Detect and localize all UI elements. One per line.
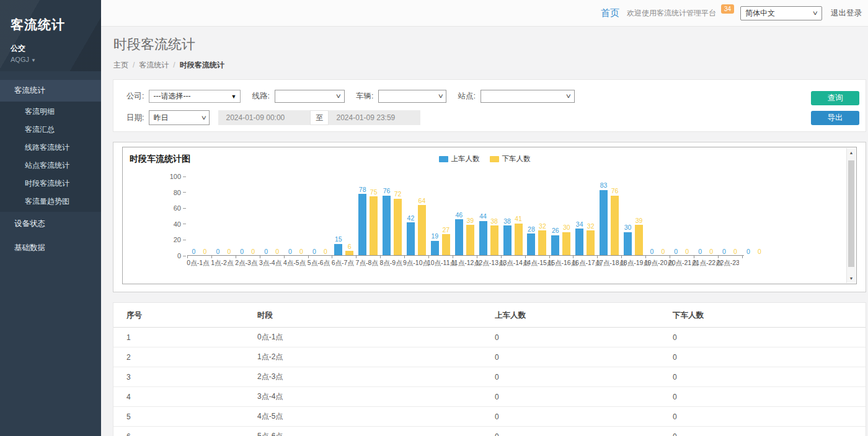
bar-下车人数-10[interactable]: 27: [442, 227, 450, 256]
legend-boarding-label: 上车人数: [451, 154, 480, 164]
bar-value-label: 0: [240, 248, 244, 255]
x-tick-label-21: 21点-22点: [693, 259, 717, 268]
bar-上车人数-14[interactable]: 28: [527, 226, 535, 256]
table-row-0[interactable]: 10点-1点00: [113, 328, 866, 347]
date-from-input[interactable]: 2024-01-09 00:00: [218, 110, 310, 125]
table-row-1[interactable]: 21点-2点00: [113, 347, 866, 367]
table-row-4[interactable]: 54点-5点00: [113, 407, 866, 427]
export-button[interactable]: 导出: [811, 111, 859, 125]
bar-下车人数-13[interactable]: 41: [515, 216, 523, 256]
bar-下车人数-6[interactable]: 6: [345, 243, 353, 256]
sidebar-item-base-data[interactable]: 基础数据: [0, 236, 101, 260]
breadcrumb-item-0[interactable]: 主页: [113, 61, 128, 69]
x-tick-label-16: 16点-17点: [572, 259, 596, 268]
notification-badge[interactable]: 34: [721, 4, 734, 14]
table-row-3[interactable]: 43点-4点00: [113, 387, 866, 407]
scrollbar-thumb[interactable]: [848, 160, 854, 267]
x-tick-label-10: 10点-11点: [427, 259, 451, 268]
bar-rect: [466, 225, 474, 256]
legend-alighting[interactable]: 下车人数: [490, 154, 531, 164]
bar-下车人数-15[interactable]: 30: [562, 224, 570, 256]
bar-value-label: 0: [192, 248, 196, 255]
bar-上车人数-13[interactable]: 38: [503, 218, 512, 256]
sidebar-item-passenger-stats[interactable]: 客流统计: [0, 80, 101, 102]
chevron-down-icon: ˅: [813, 10, 818, 17]
logout-link[interactable]: 退出登录: [831, 8, 862, 19]
table-cell: 2: [113, 347, 257, 367]
x-tick-mark: [501, 256, 502, 258]
bar-上车人数-8[interactable]: 76: [383, 188, 391, 256]
x-tick-mark: [453, 256, 453, 258]
bar-group-2: 00: [236, 177, 260, 256]
bar-value-label: 0: [251, 248, 255, 255]
bar-下车人数-9[interactable]: 64: [418, 198, 426, 256]
bar-group-1: 00: [211, 177, 236, 256]
org-code-dropdown[interactable]: AQGJ▼: [11, 56, 101, 63]
bar-上车人数-18[interactable]: 30: [624, 224, 632, 256]
bar-rect: [624, 232, 632, 256]
company-select[interactable]: ---请选择--- ▼: [149, 90, 241, 103]
bar-value-label: 72: [394, 191, 402, 198]
bar-上车人数-23[interactable]: 0: [744, 248, 752, 256]
bar-上车人数-12[interactable]: 44: [479, 213, 487, 256]
x-tick-mark: [260, 256, 260, 258]
vehicle-select[interactable]: ˅: [378, 90, 446, 103]
date-to-input[interactable]: 2024-01-09 23:59: [329, 110, 420, 125]
table-row-2[interactable]: 32点-3点00: [113, 367, 866, 387]
sidebar-item-device-status[interactable]: 设备状态: [0, 212, 101, 236]
table-cell: 0: [673, 347, 866, 367]
bar-下车人数-7[interactable]: 75: [370, 189, 378, 256]
bar-group-10: 1927: [428, 177, 453, 256]
bar-下车人数-18[interactable]: 39: [635, 217, 643, 256]
bar-group-14: 2832: [525, 177, 549, 256]
bar-上车人数-17[interactable]: 83: [600, 182, 608, 256]
date-preset-select[interactable]: 昨日 ˅: [149, 110, 210, 125]
bar-上车人数-6[interactable]: 15: [334, 236, 342, 256]
legend-boarding[interactable]: 上车人数: [439, 154, 480, 164]
bar-value-label: 44: [479, 213, 487, 220]
query-button[interactable]: 查询: [811, 91, 859, 105]
line-select[interactable]: ˅: [275, 90, 345, 103]
bar-group-12: 4438: [477, 177, 501, 256]
chart-vertical-scrollbar[interactable]: ▲ ▼: [846, 148, 856, 283]
bar-rect: [635, 225, 643, 256]
bar-上车人数-7[interactable]: 78: [358, 186, 366, 256]
sidebar-subitem-2[interactable]: 线路客流统计: [0, 139, 101, 157]
language-select[interactable]: 简体中文 ˅: [740, 6, 822, 20]
bar-下车人数-12[interactable]: 38: [490, 218, 498, 256]
bar-下车人数-16[interactable]: 32: [587, 223, 595, 256]
bar-rect: [370, 196, 378, 256]
bar-上车人数-16[interactable]: 34: [575, 221, 583, 256]
bar-上车人数-15[interactable]: 26: [551, 227, 559, 256]
bar-下车人数-23[interactable]: 0: [755, 248, 763, 256]
bar-上车人数-11[interactable]: 46: [455, 212, 463, 256]
bar-下车人数-8[interactable]: 72: [394, 191, 402, 256]
bar-下车人数-17[interactable]: 76: [611, 188, 619, 256]
legend-swatch-yellow: [490, 156, 499, 162]
sidebar-subitem-3[interactable]: 站点客流统计: [0, 157, 101, 175]
sidebar-subitem-4[interactable]: 时段客流统计: [0, 175, 101, 193]
scroll-up-icon[interactable]: ▲: [847, 150, 856, 155]
sidebar-subitem-0[interactable]: 客流明细: [0, 103, 101, 121]
date-label: 日期:: [126, 113, 144, 123]
bar-group-9: 4264: [404, 177, 428, 256]
scroll-down-icon[interactable]: ▼: [847, 276, 856, 281]
bar-下车人数-14[interactable]: 32: [538, 223, 546, 256]
chevron-down-icon: ˅: [336, 93, 341, 100]
sidebar-subitem-5[interactable]: 客流量趋势图: [0, 193, 101, 211]
home-link[interactable]: 首页: [601, 7, 619, 19]
bar-group-6: 156: [332, 177, 356, 256]
bar-上车人数-10[interactable]: 19: [431, 233, 439, 256]
breadcrumb-item-1[interactable]: 客流统计: [139, 61, 169, 69]
table-row-5[interactable]: 65点-6点00: [113, 427, 866, 436]
bar-下车人数-11[interactable]: 39: [466, 217, 474, 256]
x-tick-mark: [308, 256, 309, 258]
x-tick-mark: [645, 256, 646, 258]
sidebar-subitem-1[interactable]: 客流汇总: [0, 121, 101, 139]
chart-panel: 时段车流统计图 上车人数 下车人数 020406080100: [113, 142, 866, 292]
caret-down-icon: ▼: [31, 58, 36, 63]
bar-上车人数-9[interactable]: 42: [407, 215, 415, 256]
station-select[interactable]: ˅: [480, 90, 575, 103]
x-tick-mark: [380, 256, 381, 258]
y-tick-label: 100: [170, 173, 186, 180]
